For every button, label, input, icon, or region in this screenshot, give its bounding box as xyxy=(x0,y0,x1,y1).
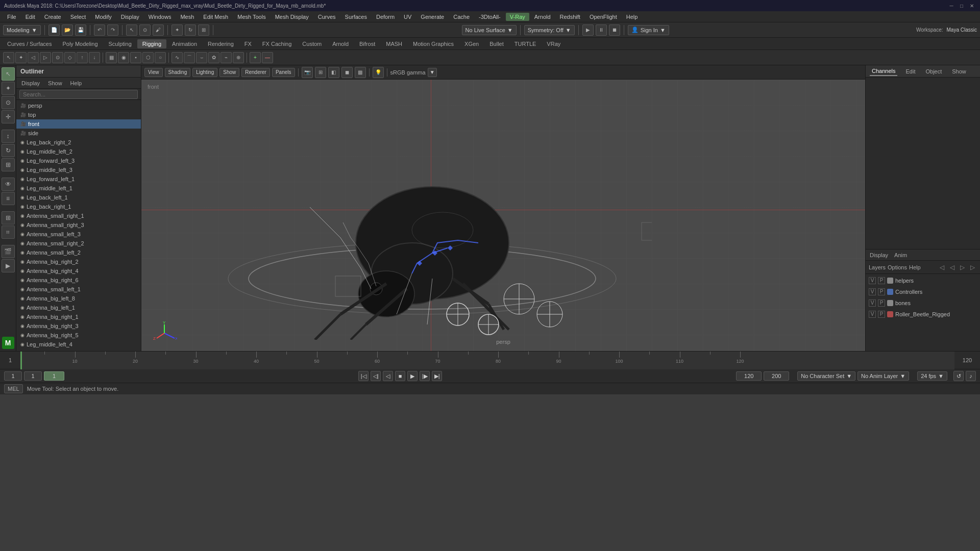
show-hide-btn[interactable]: 👁 xyxy=(2,178,15,191)
snap-btn[interactable]: ⌗ xyxy=(2,226,15,239)
anim-layer-dropdown[interactable]: No Anim Layer ▼ xyxy=(857,371,909,381)
play-back-btn[interactable]: ◁ xyxy=(383,371,393,381)
layer-v-btn[interactable]: V xyxy=(869,277,876,284)
menu-edit[interactable]: Edit xyxy=(21,13,39,21)
audio-btn[interactable]: ♪ xyxy=(966,371,976,381)
menu-3dtool[interactable]: -3DtoAll- xyxy=(475,13,505,21)
tab-bifrost[interactable]: Bifrost xyxy=(354,39,380,48)
outliner-item[interactable]: ◉Antenna_small_right_3 xyxy=(16,220,141,230)
range-end-field[interactable]: 120 xyxy=(736,371,762,381)
vp-renderer-menu[interactable]: Renderer xyxy=(241,68,270,77)
outliner-item[interactable]: ◉Antenna_big_left_8 xyxy=(16,294,141,303)
no-live-surface[interactable]: No Live Surface ▼ xyxy=(462,25,517,35)
save-file-btn[interactable]: 💾 xyxy=(75,24,86,36)
anim-btn[interactable]: ▶ xyxy=(2,259,15,272)
up-arrow-btn[interactable]: ↑ xyxy=(77,52,88,63)
tab-arnold[interactable]: Arnold xyxy=(327,39,354,48)
menu-select[interactable]: Select xyxy=(66,13,90,21)
undo-btn[interactable]: ↶ xyxy=(94,24,105,36)
menu-arnold[interactable]: Arnold xyxy=(530,13,555,21)
play-fwd-btn[interactable]: ▶ xyxy=(407,371,418,381)
tab-poly-modeling[interactable]: Poly Modeling xyxy=(57,39,103,48)
sub-anim[interactable]: Anim xyxy=(894,252,907,258)
help-tab[interactable]: Help xyxy=(909,264,921,270)
minimize-button[interactable]: ─ xyxy=(947,2,955,10)
mel-indicator[interactable]: MEL xyxy=(4,384,23,393)
open-file-btn[interactable]: 📂 xyxy=(62,24,73,36)
sign-in-dropdown[interactable]: 👤 Sign In ▼ xyxy=(628,25,669,35)
paint-tool-btn[interactable]: 🖌 xyxy=(153,24,164,36)
tab-mash[interactable]: MASH xyxy=(381,39,407,48)
new-file-btn[interactable]: 📄 xyxy=(48,24,60,36)
outliner-item[interactable]: ◉Antenna_small_left_2 xyxy=(16,248,141,257)
lasso-tool-btn[interactable]: ⊙ xyxy=(139,24,151,36)
tab-edit[interactable]: Edit xyxy=(903,67,917,76)
layer-v-btn2[interactable]: V xyxy=(869,288,876,295)
play-btn[interactable]: ▶ xyxy=(582,24,594,36)
tab-rendering[interactable]: Rendering xyxy=(203,39,239,48)
layer-next2-btn[interactable]: ▷ xyxy=(958,263,967,272)
layer-p-btn3[interactable]: P xyxy=(878,299,885,307)
stop-btn[interactable]: ⏹ xyxy=(609,24,620,36)
keyframe-marker[interactable]: 1 xyxy=(44,371,64,381)
menu-edit-mesh[interactable]: Edit Mesh xyxy=(199,13,232,21)
menu-openflight[interactable]: OpenFlight xyxy=(585,13,621,21)
outliner-item[interactable]: ◉Leg_back_right_1 xyxy=(16,202,141,211)
tab-vray[interactable]: VRay xyxy=(542,39,566,48)
torus-btn[interactable]: ○ xyxy=(155,52,166,63)
outliner-item[interactable]: ◉Leg_back_left_1 xyxy=(16,193,141,202)
select-mode-btn[interactable]: ↖ xyxy=(2,67,15,81)
menu-windows[interactable]: Windows xyxy=(144,13,176,21)
range-start-field[interactable]: 1 xyxy=(4,371,22,381)
vp-shading-menu[interactable]: Shading xyxy=(165,68,191,77)
stop-play-btn[interactable]: ■ xyxy=(395,371,405,381)
vp-grid-btn[interactable]: ⊞ xyxy=(315,67,326,78)
menu-uv[interactable]: UV xyxy=(400,13,415,21)
outliner-help-menu[interactable]: Help xyxy=(68,80,84,87)
arrow-r-btn[interactable]: ▷ xyxy=(40,52,51,63)
diamond-btn[interactable]: ◇ xyxy=(64,52,76,63)
vp-light-btn[interactable]: 💡 xyxy=(373,67,384,78)
ik-btn[interactable]: ⌁ xyxy=(220,52,232,63)
redo-btn[interactable]: ↷ xyxy=(107,24,118,36)
outliner-item[interactable]: 🎥side xyxy=(16,129,141,138)
tab-motion-graphics[interactable]: Motion Graphics xyxy=(408,39,459,48)
loop-btn[interactable]: ↺ xyxy=(953,371,964,381)
outliner-item[interactable]: ◉Antenna_big_right_4 xyxy=(16,266,141,276)
vp-gamma-dropdown[interactable]: ▼ xyxy=(428,68,437,77)
layer-helpers[interactable]: V P helpers xyxy=(866,275,980,286)
close-button[interactable]: ✕ xyxy=(968,2,976,10)
minus-btn[interactable]: — xyxy=(262,52,273,63)
star-icon-btn[interactable]: ✦ xyxy=(15,52,27,63)
layer-v-btn4[interactable]: V xyxy=(869,311,876,318)
tab-rigging[interactable]: Rigging xyxy=(137,39,166,48)
tab-sculpting[interactable]: Sculpting xyxy=(104,39,137,48)
outliner-show-menu[interactable]: Show xyxy=(46,80,64,87)
tab-custom[interactable]: Custom xyxy=(297,39,327,48)
layer-prev2-btn[interactable]: ◁ xyxy=(947,263,957,272)
outliner-item[interactable]: ◉Leg_forward_left_1 xyxy=(16,174,141,184)
lasso-mode-btn[interactable]: ⊙ xyxy=(2,96,15,109)
select-tool-btn[interactable]: ↖ xyxy=(126,24,137,36)
menu-file[interactable]: File xyxy=(3,13,20,21)
layer-roller-beetle[interactable]: V P Roller_Beetle_Rigged xyxy=(866,309,980,320)
outliner-item[interactable]: ◉Leg_middle_left_1 xyxy=(16,184,141,193)
outliner-display-menu[interactable]: Display xyxy=(19,80,42,87)
vp-camera-btn[interactable]: 📷 xyxy=(302,67,313,78)
vp-solid-btn[interactable]: ◼ xyxy=(341,67,353,78)
options-tab[interactable]: Options xyxy=(888,264,907,270)
outliner-item[interactable]: ◉Antenna_big_right_6 xyxy=(16,276,141,285)
rotate-btn[interactable]: ↻ xyxy=(2,144,15,157)
outliner-item[interactable]: ◉Antenna_small_right_1 xyxy=(16,211,141,220)
outliner-item[interactable]: ◉Antenna_small_left_1 xyxy=(16,285,141,294)
select-icon-btn[interactable]: ↖ xyxy=(3,52,14,63)
layer-controllers[interactable]: V P Controllers xyxy=(866,286,980,297)
menu-deform[interactable]: Deform xyxy=(372,13,399,21)
layer-p-btn[interactable]: P xyxy=(878,277,885,284)
scale-btn[interactable]: ⊞ xyxy=(2,158,15,171)
menu-create[interactable]: Create xyxy=(40,13,65,21)
menu-help[interactable]: Help xyxy=(622,13,642,21)
tab-curves-surfaces[interactable]: Curves / Surfaces xyxy=(2,39,57,48)
outliner-item[interactable]: ◉Antenna_big_right_2 xyxy=(16,257,141,266)
max-range-end-field[interactable]: 200 xyxy=(764,371,789,381)
